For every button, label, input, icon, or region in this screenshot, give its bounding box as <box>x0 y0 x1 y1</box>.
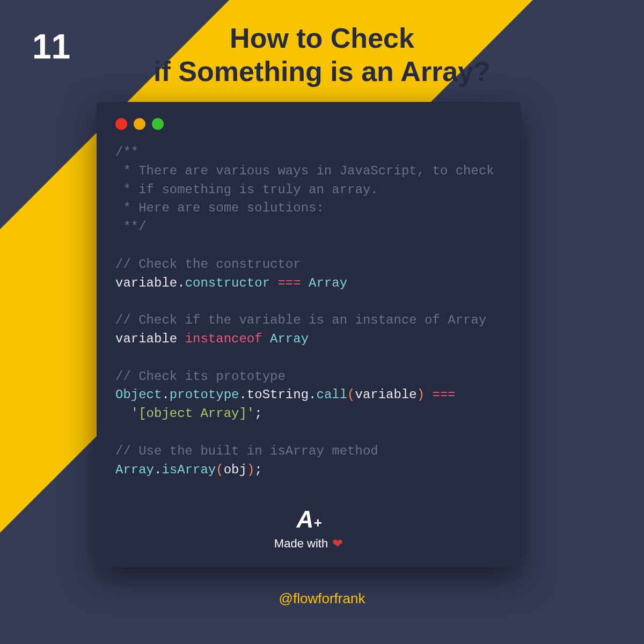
code-comment: // Check the constructor <box>115 257 301 272</box>
code-token: ' <box>131 406 138 421</box>
minimize-icon <box>134 118 145 130</box>
code-token: constructor <box>185 276 270 290</box>
code-token: ' <box>247 406 254 421</box>
logo-plus: + <box>313 515 320 531</box>
code-token: ; <box>254 463 262 477</box>
code-token: variable <box>115 332 177 346</box>
code-comment: // Check its prototype <box>115 369 286 384</box>
code-token: toString <box>247 387 309 402</box>
code-token: . <box>309 387 316 402</box>
made-with-label: Made with ❤ <box>115 536 502 551</box>
code-window: /** * There are various ways in JavaScri… <box>97 102 521 567</box>
heart-icon: ❤ <box>332 536 343 551</box>
window-controls <box>115 118 502 130</box>
code-token: . <box>239 387 246 402</box>
code-token: variable <box>115 276 177 290</box>
code-token: === <box>425 387 456 402</box>
code-comment: // Check if the variable is an instance … <box>115 313 486 327</box>
code-comment: * Here are some solutions: <box>115 201 324 215</box>
code-token: obj <box>224 463 247 477</box>
code-comment: **/ <box>115 219 147 234</box>
code-token: Array <box>262 332 309 346</box>
code-token <box>177 332 185 346</box>
code-token: [object Array] <box>138 406 247 421</box>
code-token <box>115 406 131 421</box>
code-comment: * if something is truly an array. <box>115 182 378 197</box>
code-token: . <box>177 276 185 290</box>
code-block: /** * There are various ways in JavaScri… <box>115 143 502 479</box>
code-token: . <box>162 387 169 402</box>
code-token: . <box>154 463 162 477</box>
code-comment: // Use the built in isArray method <box>115 444 378 458</box>
social-handle: @flowforfrank <box>0 590 644 607</box>
code-token: call <box>316 387 347 402</box>
code-token: ) <box>417 387 425 402</box>
code-comment: /** <box>115 145 138 159</box>
code-token: ( <box>347 387 355 402</box>
made-with-text: Made with <box>274 537 328 551</box>
code-token: === <box>270 276 309 290</box>
code-token: prototype <box>170 387 239 402</box>
code-token: Array <box>115 463 154 477</box>
title-line-2: if Something is an Array? <box>0 55 644 88</box>
page-title: How to Check if Something is an Array? <box>0 21 644 89</box>
code-token: ; <box>254 406 262 421</box>
close-icon <box>115 118 127 130</box>
code-token: isArray <box>162 463 216 477</box>
code-token: ( <box>216 463 223 477</box>
code-token: variable <box>355 387 417 402</box>
logo-icon: A+ <box>297 506 321 533</box>
code-token: Object <box>115 387 162 402</box>
code-comment: * There are various ways in JavaScript, … <box>115 164 494 178</box>
code-token: instanceof <box>185 332 262 346</box>
code-token: ) <box>247 463 254 477</box>
maximize-icon <box>152 118 164 130</box>
logo-letter: A <box>297 506 313 533</box>
footer-logo: A+ Made with ❤ <box>115 506 502 551</box>
code-token: Array <box>309 276 347 290</box>
title-line-1: How to Check <box>0 21 644 55</box>
